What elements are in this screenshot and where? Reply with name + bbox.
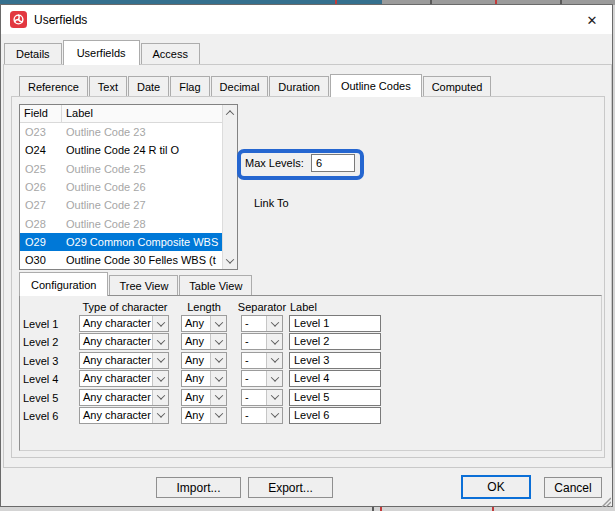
type-tab[interactable]: Decimal: [211, 76, 269, 96]
ok-button[interactable]: OK: [461, 475, 531, 499]
scroll-down-icon[interactable]: [223, 254, 237, 268]
chevron-down-icon[interactable]: [266, 371, 282, 386]
view-tab-bar: ConfigurationTree ViewTable View: [19, 271, 252, 295]
level-label-input[interactable]: Level 4: [289, 370, 381, 387]
length-select[interactable]: Any: [181, 352, 227, 369]
main-tab[interactable]: Details: [4, 43, 62, 64]
chevron-down-icon[interactable]: [152, 353, 168, 368]
chevron-down-icon[interactable]: [152, 316, 168, 331]
list-item[interactable]: O25 Outline Code 25: [20, 160, 222, 178]
level-config-row: Level 1 Any character Any - Level 1: [21, 315, 583, 333]
type-of-character-select[interactable]: Any character: [79, 333, 169, 350]
separator-value: -: [242, 371, 266, 386]
list-header-field[interactable]: Field: [20, 105, 62, 122]
list-item[interactable]: O27 Outline Code 27: [20, 196, 222, 214]
type-tab[interactable]: Duration: [269, 76, 329, 96]
level-row-label: Level 5: [23, 392, 58, 404]
chevron-down-icon[interactable]: [266, 408, 282, 423]
list-item[interactable]: O23 Outline Code 23: [20, 123, 222, 141]
list-item-field: O30: [20, 254, 62, 266]
length-select[interactable]: Any: [181, 389, 227, 406]
length-value: Any: [182, 334, 210, 349]
list-item-label: Outline Code 24 R til O: [62, 144, 222, 156]
chevron-down-icon[interactable]: [266, 316, 282, 331]
scroll-up-icon[interactable]: [223, 106, 237, 120]
separator-select[interactable]: -: [241, 370, 283, 387]
length-value: Any: [182, 353, 210, 368]
level-config-rows: Level 1 Any character Any - Level 1: [21, 315, 583, 425]
chevron-down-icon[interactable]: [210, 353, 226, 368]
type-of-character-select[interactable]: Any character: [79, 389, 169, 406]
list-item[interactable]: O24 Outline Code 24 R til O: [20, 141, 222, 159]
view-tab[interactable]: Configuration: [19, 272, 108, 296]
close-icon[interactable]: ✕: [583, 11, 601, 29]
separator-select[interactable]: -: [241, 352, 283, 369]
list-item-label: Outline Code 26: [62, 181, 222, 193]
separator-select[interactable]: -: [241, 407, 283, 424]
list-item-field: O26: [20, 181, 62, 193]
separator-select[interactable]: -: [241, 389, 283, 406]
level-label-input[interactable]: Level 1: [289, 315, 381, 332]
length-select[interactable]: Any: [181, 315, 227, 332]
type-of-character-select[interactable]: Any character: [79, 352, 169, 369]
length-value: Any: [182, 316, 210, 331]
separator-select[interactable]: -: [241, 333, 283, 350]
level-row-label: Level 4: [23, 373, 58, 385]
import-button[interactable]: Import...: [156, 477, 241, 498]
type-tab[interactable]: Outline Codes: [330, 74, 422, 97]
list-item[interactable]: O29 O29 Common Composite WBS: [20, 233, 222, 251]
level-label-input[interactable]: Level 3: [289, 352, 381, 369]
separator-select[interactable]: -: [241, 315, 283, 332]
level-label-input[interactable]: Level 2: [289, 333, 381, 350]
type-tab[interactable]: Computed: [423, 76, 492, 96]
type-tab[interactable]: Text: [89, 76, 127, 96]
list-header: Field Label: [20, 105, 222, 123]
main-tab[interactable]: Userfields: [63, 40, 140, 65]
length-select[interactable]: Any: [181, 333, 227, 350]
type-of-character-select[interactable]: Any character: [79, 370, 169, 387]
chevron-down-icon[interactable]: [210, 390, 226, 405]
list-header-label[interactable]: Label: [62, 105, 222, 122]
type-of-character-value: Any character: [80, 390, 152, 405]
length-select[interactable]: Any: [181, 407, 227, 424]
chevron-down-icon[interactable]: [266, 353, 282, 368]
chevron-down-icon[interactable]: [210, 371, 226, 386]
export-button[interactable]: Export...: [248, 477, 333, 498]
type-of-character-select[interactable]: Any character: [79, 315, 169, 332]
list-item[interactable]: O30 Outline Code 30 Felles WBS (t: [20, 251, 222, 269]
chevron-down-icon[interactable]: [210, 408, 226, 423]
type-tab[interactable]: Date: [128, 76, 169, 96]
chevron-down-icon[interactable]: [266, 334, 282, 349]
chevron-down-icon[interactable]: [152, 371, 168, 386]
type-of-character-value: Any character: [80, 371, 152, 386]
chevron-down-icon[interactable]: [152, 408, 168, 423]
chevron-down-icon[interactable]: [152, 390, 168, 405]
main-tab[interactable]: Access: [141, 43, 200, 64]
type-of-character-select[interactable]: Any character: [79, 407, 169, 424]
type-tab[interactable]: Flag: [170, 76, 209, 96]
level-label-input[interactable]: Level 5: [289, 389, 381, 406]
view-tab[interactable]: Tree View: [109, 275, 178, 295]
resize-grip[interactable]: [599, 493, 611, 505]
level-row-label: Level 2: [23, 336, 58, 348]
list-item-label: Outline Code 30 Felles WBS (t: [62, 254, 222, 266]
level-label-input[interactable]: Level 6: [289, 407, 381, 424]
header-label: Label: [290, 301, 317, 313]
chevron-down-icon[interactable]: [210, 334, 226, 349]
chevron-down-icon[interactable]: [152, 334, 168, 349]
view-tab[interactable]: Table View: [179, 275, 252, 295]
list-item[interactable]: O28 Outline Code 28: [20, 214, 222, 232]
chevron-down-icon[interactable]: [210, 316, 226, 331]
list-item[interactable]: O26 Outline Code 26: [20, 178, 222, 196]
cancel-button[interactable]: Cancel: [544, 477, 602, 498]
length-select[interactable]: Any: [181, 370, 227, 387]
max-levels-input[interactable]: 6: [311, 154, 355, 172]
level-row-label: Level 1: [23, 318, 58, 330]
list-item-label: Outline Code 28: [62, 218, 222, 230]
outline-code-list: Field Label O23 Outline Code 23 O24 Outl…: [19, 104, 238, 270]
list-scrollbar[interactable]: [222, 105, 237, 269]
type-tab[interactable]: Reference: [19, 76, 88, 96]
separator-value: -: [242, 390, 266, 405]
chevron-down-icon[interactable]: [266, 390, 282, 405]
list-item-field: O29: [20, 236, 62, 248]
